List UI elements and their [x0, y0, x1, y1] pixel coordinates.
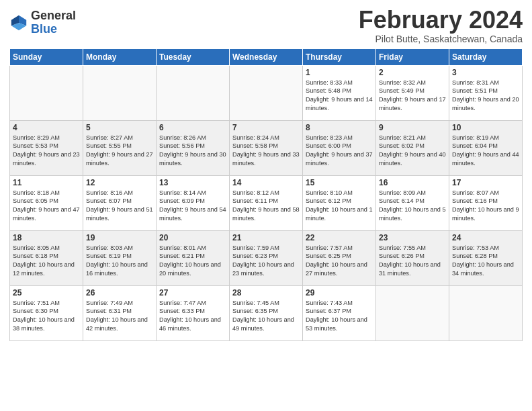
calendar-cell: 11Sunrise: 8:18 AM Sunset: 6:05 PM Dayli…	[10, 175, 83, 230]
day-info: Sunrise: 7:51 AM Sunset: 6:30 PM Dayligh…	[13, 299, 80, 334]
day-info: Sunrise: 8:14 AM Sunset: 6:09 PM Dayligh…	[159, 189, 226, 224]
day-info: Sunrise: 8:32 AM Sunset: 5:49 PM Dayligh…	[379, 79, 446, 113]
day-number: 9	[379, 123, 446, 132]
day-number: 22	[306, 233, 373, 242]
calendar-cell: 28Sunrise: 7:45 AM Sunset: 6:35 PM Dayli…	[230, 285, 303, 340]
day-info: Sunrise: 8:03 AM Sunset: 6:19 PM Dayligh…	[86, 244, 153, 279]
calendar-cell: 8Sunrise: 8:23 AM Sunset: 6:00 PM Daylig…	[303, 120, 376, 175]
calendar-cell: 29Sunrise: 7:43 AM Sunset: 6:37 PM Dayli…	[303, 285, 376, 340]
page: General Blue February 2024 Pilot Butte, …	[0, 0, 532, 411]
calendar-cell	[230, 65, 303, 120]
calendar-cell: 10Sunrise: 8:19 AM Sunset: 6:04 PM Dayli…	[449, 120, 523, 175]
day-number: 3	[452, 68, 519, 77]
calendar-cell	[83, 65, 157, 120]
calendar-cell: 25Sunrise: 7:51 AM Sunset: 6:30 PM Dayli…	[10, 285, 83, 340]
day-info: Sunrise: 7:45 AM Sunset: 6:35 PM Dayligh…	[232, 299, 300, 334]
calendar-cell	[10, 65, 83, 120]
calendar-cell: 7Sunrise: 8:24 AM Sunset: 5:58 PM Daylig…	[230, 120, 303, 175]
day-info: Sunrise: 8:33 AM Sunset: 5:48 PM Dayligh…	[306, 79, 373, 113]
calendar-cell: 26Sunrise: 7:49 AM Sunset: 6:31 PM Dayli…	[83, 285, 157, 340]
day-number: 25	[13, 288, 80, 298]
day-number: 21	[232, 233, 300, 242]
calendar-header-row: Sunday Monday Tuesday Wednesday Thursday…	[10, 48, 523, 65]
day-number: 27	[159, 288, 226, 298]
day-info: Sunrise: 8:24 AM Sunset: 5:58 PM Dayligh…	[232, 134, 300, 169]
calendar-cell: 9Sunrise: 8:21 AM Sunset: 6:02 PM Daylig…	[376, 120, 449, 175]
calendar-cell: 12Sunrise: 8:16 AM Sunset: 6:07 PM Dayli…	[83, 175, 157, 230]
day-number: 11	[13, 178, 80, 187]
col-saturday: Saturday	[449, 48, 523, 65]
day-info: Sunrise: 7:47 AM Sunset: 6:33 PM Dayligh…	[159, 299, 226, 334]
col-friday: Friday	[376, 48, 449, 65]
day-info: Sunrise: 8:07 AM Sunset: 6:16 PM Dayligh…	[452, 189, 519, 224]
day-info: Sunrise: 7:53 AM Sunset: 6:28 PM Dayligh…	[452, 244, 519, 279]
day-number: 26	[86, 288, 153, 298]
calendar-cell: 6Sunrise: 8:26 AM Sunset: 5:56 PM Daylig…	[157, 120, 230, 175]
calendar-cell: 1Sunrise: 8:33 AM Sunset: 5:48 PM Daylig…	[303, 65, 376, 120]
day-info: Sunrise: 8:29 AM Sunset: 5:53 PM Dayligh…	[13, 134, 80, 169]
calendar-cell: 24Sunrise: 7:53 AM Sunset: 6:28 PM Dayli…	[449, 230, 523, 285]
day-info: Sunrise: 8:23 AM Sunset: 6:00 PM Dayligh…	[306, 134, 373, 169]
day-number: 24	[452, 233, 519, 242]
day-info: Sunrise: 8:27 AM Sunset: 5:55 PM Dayligh…	[86, 134, 153, 169]
calendar-cell	[157, 65, 230, 120]
title-section: February 2024 Pilot Butte, Saskatchewan,…	[359, 7, 523, 44]
logo-blue: Blue	[31, 23, 76, 36]
calendar-cell: 3Sunrise: 8:31 AM Sunset: 5:51 PM Daylig…	[449, 65, 523, 120]
day-number: 4	[13, 123, 80, 132]
day-number: 17	[452, 178, 519, 187]
calendar-cell: 23Sunrise: 7:55 AM Sunset: 6:26 PM Dayli…	[376, 230, 449, 285]
calendar-week-4: 18Sunrise: 8:05 AM Sunset: 6:18 PM Dayli…	[10, 230, 523, 285]
day-number: 2	[379, 68, 446, 77]
day-info: Sunrise: 8:16 AM Sunset: 6:07 PM Dayligh…	[86, 189, 153, 224]
day-info: Sunrise: 7:49 AM Sunset: 6:31 PM Dayligh…	[86, 299, 153, 334]
calendar-cell: 15Sunrise: 8:10 AM Sunset: 6:12 PM Dayli…	[303, 175, 376, 230]
day-info: Sunrise: 8:09 AM Sunset: 6:14 PM Dayligh…	[379, 189, 446, 224]
logo: General Blue	[9, 9, 76, 36]
day-number: 10	[452, 123, 519, 132]
day-number: 19	[86, 233, 153, 242]
day-info: Sunrise: 8:18 AM Sunset: 6:05 PM Dayligh…	[13, 189, 80, 224]
day-info: Sunrise: 8:01 AM Sunset: 6:21 PM Dayligh…	[159, 244, 226, 279]
day-info: Sunrise: 8:19 AM Sunset: 6:04 PM Dayligh…	[452, 134, 519, 169]
calendar-cell	[449, 285, 523, 340]
day-info: Sunrise: 8:05 AM Sunset: 6:18 PM Dayligh…	[13, 244, 80, 279]
day-info: Sunrise: 8:12 AM Sunset: 6:11 PM Dayligh…	[232, 189, 300, 224]
calendar-week-5: 25Sunrise: 7:51 AM Sunset: 6:30 PM Dayli…	[10, 285, 523, 340]
day-number: 1	[306, 68, 373, 77]
day-number: 13	[159, 178, 226, 187]
day-number: 6	[159, 123, 226, 132]
day-number: 15	[306, 178, 373, 187]
col-wednesday: Wednesday	[230, 48, 303, 65]
day-number: 20	[159, 233, 226, 242]
day-info: Sunrise: 8:31 AM Sunset: 5:51 PM Dayligh…	[452, 79, 519, 113]
col-tuesday: Tuesday	[157, 48, 230, 65]
logo-text: General Blue	[31, 9, 76, 36]
calendar-cell: 14Sunrise: 8:12 AM Sunset: 6:11 PM Dayli…	[230, 175, 303, 230]
day-number: 8	[306, 123, 373, 132]
day-number: 14	[232, 178, 300, 187]
calendar-cell: 22Sunrise: 7:57 AM Sunset: 6:25 PM Dayli…	[303, 230, 376, 285]
day-number: 18	[13, 233, 80, 242]
calendar-week-1: 1Sunrise: 8:33 AM Sunset: 5:48 PM Daylig…	[10, 65, 523, 120]
col-thursday: Thursday	[303, 48, 376, 65]
calendar-cell: 4Sunrise: 8:29 AM Sunset: 5:53 PM Daylig…	[10, 120, 83, 175]
day-number: 16	[379, 178, 446, 187]
calendar-cell: 5Sunrise: 8:27 AM Sunset: 5:55 PM Daylig…	[83, 120, 157, 175]
calendar-cell: 19Sunrise: 8:03 AM Sunset: 6:19 PM Dayli…	[83, 230, 157, 285]
calendar-cell: 2Sunrise: 8:32 AM Sunset: 5:49 PM Daylig…	[376, 65, 449, 120]
day-info: Sunrise: 7:43 AM Sunset: 6:37 PM Dayligh…	[306, 299, 373, 334]
logo-general: General	[31, 9, 76, 23]
day-info: Sunrise: 7:55 AM Sunset: 6:26 PM Dayligh…	[379, 244, 446, 279]
calendar-cell: 20Sunrise: 8:01 AM Sunset: 6:21 PM Dayli…	[157, 230, 230, 285]
day-info: Sunrise: 8:10 AM Sunset: 6:12 PM Dayligh…	[306, 189, 373, 224]
day-number: 5	[86, 123, 153, 132]
calendar-week-2: 4Sunrise: 8:29 AM Sunset: 5:53 PM Daylig…	[10, 120, 523, 175]
day-info: Sunrise: 7:57 AM Sunset: 6:25 PM Dayligh…	[306, 244, 373, 279]
day-info: Sunrise: 7:59 AM Sunset: 6:23 PM Dayligh…	[232, 244, 300, 279]
header: General Blue February 2024 Pilot Butte, …	[9, 7, 523, 44]
day-number: 28	[232, 288, 300, 298]
day-number: 29	[306, 288, 373, 298]
day-number: 7	[232, 123, 300, 132]
col-monday: Monday	[83, 48, 157, 65]
